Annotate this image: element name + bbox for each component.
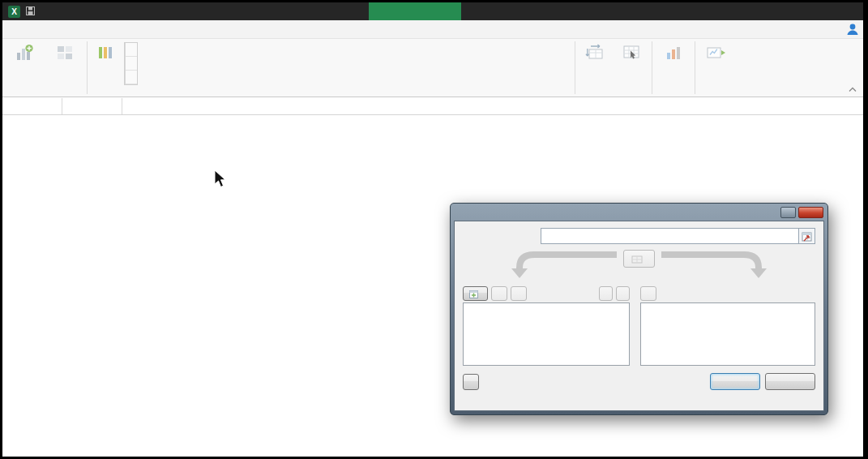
axis-labels-listbox[interactable] [640, 302, 815, 366]
ok-button[interactable] [710, 373, 760, 390]
switch-icon [631, 254, 643, 264]
chart-layouts-group-label [2, 84, 87, 97]
excel-window: X [0, 0, 868, 459]
select-data-source-dialog [450, 203, 828, 415]
ribbon-tab-row [2, 20, 863, 39]
edit-series-button[interactable] [491, 286, 507, 301]
type-group-label [652, 84, 695, 97]
chart-data-range-input[interactable] [541, 228, 799, 244]
gallery-down-icon[interactable] [126, 57, 137, 71]
select-data-icon [621, 43, 642, 62]
switch-row-column-icon [585, 43, 606, 62]
ribbon [2, 39, 863, 97]
quick-layout-icon [55, 43, 75, 62]
move-series-up-button[interactable] [599, 286, 613, 301]
quick-access-toolbar: X [2, 6, 46, 18]
dialog-title-bar[interactable] [451, 204, 827, 221]
add-icon [469, 290, 478, 298]
move-chart-button[interactable] [697, 41, 734, 62]
save-icon[interactable] [26, 6, 35, 17]
location-group [695, 39, 738, 97]
add-series-button[interactable] [463, 286, 488, 301]
mouse-cursor [214, 169, 226, 188]
edit-axis-labels-button[interactable] [640, 286, 656, 301]
select-data-button[interactable] [614, 41, 648, 62]
chart-styles-group [88, 39, 575, 97]
data-group-label [575, 84, 652, 97]
switch-row-column-dialog-button[interactable] [623, 250, 655, 268]
type-group [652, 39, 695, 97]
formula-bar-expand-icon[interactable] [849, 98, 863, 114]
chart-tools-cap [369, 2, 461, 20]
change-chart-type-icon [663, 43, 684, 62]
name-box[interactable] [2, 98, 62, 114]
add-chart-element-button[interactable] [4, 41, 45, 62]
location-group-label [695, 84, 738, 97]
change-colors-button[interactable] [89, 41, 122, 62]
dialog-help-button[interactable] [780, 207, 796, 218]
swap-arrow-left-icon [507, 250, 620, 281]
range-selector-button[interactable] [799, 228, 815, 244]
dialog-close-button[interactable] [798, 207, 823, 218]
cancel-button[interactable] [765, 373, 815, 390]
move-series-down-button[interactable] [616, 286, 630, 301]
title-bar: X [2, 2, 863, 20]
gallery-up-icon[interactable] [126, 43, 137, 57]
hidden-and-empty-cells-button[interactable] [463, 374, 479, 390]
switch-row-column-button[interactable] [577, 41, 614, 62]
chart-styles-gallery [124, 42, 138, 85]
quick-layout-button[interactable] [45, 41, 85, 62]
swap-arrow-right-icon [658, 250, 772, 281]
chart-styles-group-label [88, 85, 575, 97]
collapse-ribbon-icon[interactable] [849, 86, 857, 94]
chart-layouts-group [2, 39, 87, 97]
change-chart-type-button[interactable] [654, 41, 693, 62]
account-person-icon[interactable] [845, 22, 860, 40]
excel-logo-icon: X [8, 6, 20, 18]
add-chart-element-icon [15, 43, 34, 62]
formula-bar [2, 98, 863, 115]
gallery-more-icon[interactable] [126, 71, 137, 84]
formula-input[interactable] [122, 98, 849, 114]
move-chart-icon [705, 43, 726, 62]
data-group [575, 39, 652, 97]
change-colors-icon [96, 43, 114, 62]
remove-series-button[interactable] [511, 286, 527, 301]
legend-entries-listbox[interactable] [463, 302, 630, 366]
